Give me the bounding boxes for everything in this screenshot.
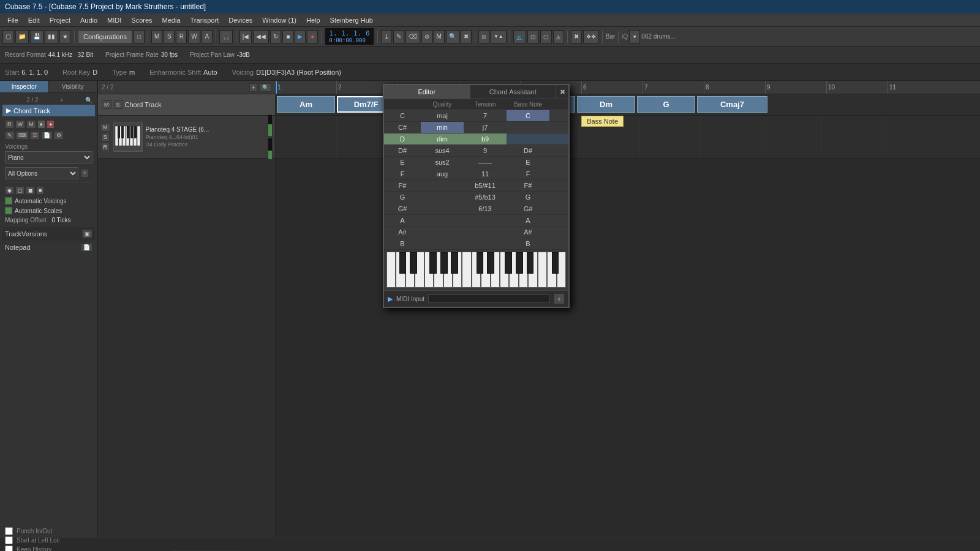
tb-w[interactable]: W [188,30,200,43]
icon3[interactable]: ◼ [26,186,35,195]
tb-r[interactable]: R [176,30,187,43]
keep-cb[interactable] [5,545,13,552]
tb-a[interactable]: A [202,30,213,43]
bass-dsharp[interactable]: D# [507,145,549,156]
piano-m-btn[interactable]: M [100,123,110,132]
quality-min[interactable]: min [421,122,464,133]
menu-midi[interactable]: MIDI [102,15,126,25]
tension-7[interactable]: 7 [464,110,507,121]
menu-window[interactable]: Window (1) [257,15,301,25]
tb-play[interactable]: ▶ [295,30,306,43]
tb-snap-type[interactable]: 📺 [513,30,526,43]
start-cb[interactable] [5,536,13,544]
bass-c[interactable]: C [507,110,549,121]
quality-sus2[interactable]: sus2 [421,157,464,168]
dlg-tab-chord-assistant[interactable]: Chord Assistant [470,85,557,99]
tension-b[interactable] [464,238,507,249]
quality-gsharp[interactable] [421,203,464,214]
tb-mute[interactable]: M [434,30,445,43]
black-key-2[interactable] [410,252,417,274]
tension-asharp[interactable] [464,227,507,238]
chord-block-cmaj7[interactable]: Cmaj7 [697,96,767,113]
note-e[interactable]: E [384,157,421,168]
menu-help[interactable]: Help [301,15,325,25]
note-b[interactable]: B [384,238,421,249]
mute-btn[interactable]: M [26,120,36,129]
icon2[interactable]: ◻ [15,186,24,195]
quality-dim[interactable]: dim [421,133,464,144]
white-key-17[interactable] [538,252,547,288]
tb-x[interactable]: ✖ [461,30,472,43]
chord-s-btn[interactable]: S [114,100,123,109]
tl-search-btn[interactable]: 🔍 [260,83,271,92]
note-fsharp[interactable]: F# [384,180,421,191]
black-key-7[interactable] [487,252,494,274]
tension-dash[interactable]: —— [464,157,507,168]
tb-draw[interactable]: ✎ [393,30,404,43]
tension-a[interactable] [464,215,507,226]
bass-fsharp[interactable]: F# [507,180,549,191]
black-key-8[interactable] [505,252,512,274]
menu-edit[interactable]: Edit [23,15,45,25]
note-a[interactable]: A [384,215,421,226]
black-key-4[interactable] [440,252,448,274]
bass-b[interactable]: B [507,238,549,249]
note-f[interactable]: F [384,168,421,179]
note-csharp[interactable]: C# [384,122,421,133]
tension-j7[interactable]: j7 [464,122,507,133]
edit-btn[interactable]: ✎ [5,131,15,140]
quality-fsharp[interactable] [421,180,464,191]
bass-f[interactable]: F [507,168,549,179]
tb-split[interactable]: ⊘ [421,30,432,43]
piano-select[interactable]: Piano [5,151,92,163]
tb-cycle[interactable]: ↻ [270,30,281,43]
tb-grid[interactable]: ▢ [540,30,552,43]
icon1[interactable]: ◆ [5,186,14,195]
punch-cb[interactable] [5,527,13,535]
white-key-9[interactable] [462,252,471,288]
menu-devices[interactable]: Devices [224,15,257,25]
tb-stop[interactable]: ■ [282,30,293,43]
tension-5-b13[interactable]: #5/b13 [464,192,507,203]
dlg-tab-editor[interactable]: Editor [384,85,470,99]
search-icon[interactable]: 🔍 [85,97,92,103]
quality-aug[interactable]: aug [421,168,464,179]
bass-gsharp[interactable]: G# [507,203,549,214]
channel-btn[interactable]: ⌨ [16,131,29,140]
midi-add-btn[interactable]: + [554,293,565,304]
bass-g[interactable]: G [507,192,549,203]
tab-visibility[interactable]: Visibility [49,81,98,92]
tension-6-13[interactable]: 6/13 [464,203,507,214]
add-icon[interactable]: + [60,97,64,103]
chord-track-row[interactable]: M S Chord Track [98,94,275,116]
tb-headphones[interactable]: 🎧 [219,30,233,43]
tl-add-btn[interactable]: + [249,83,257,92]
auto-voicings-cb[interactable] [5,197,12,204]
note-gsharp[interactable]: G# [384,203,421,214]
note-d[interactable]: D [384,133,421,144]
quality-sus4[interactable]: sus4 [421,145,464,156]
tb-close-x[interactable]: ✖ [571,30,582,43]
tension-11[interactable]: 11 [464,168,507,179]
white-key-1[interactable] [386,252,396,288]
quality-asharp[interactable] [421,227,464,238]
tension-b5-11[interactable]: b5/#11 [464,180,507,191]
bass-e[interactable]: E [507,157,549,168]
notepad-btn2[interactable]: 📄 [81,243,92,252]
black-key-3[interactable] [429,252,437,274]
piano-r-btn[interactable]: R [101,143,110,151]
list-btn[interactable]: ☰ [30,131,40,140]
black-key-9[interactable] [516,252,523,274]
note-c[interactable]: C [384,110,421,121]
all-options-add[interactable]: + [81,169,89,178]
tension-9[interactable]: 9 [464,145,507,156]
note-g[interactable]: G [384,192,421,203]
tb-cfg-add[interactable]: □ [134,30,145,43]
tension-b9[interactable]: b9 [464,133,507,144]
quality-b[interactable] [421,238,464,249]
tb-snap[interactable]: ◫ [527,30,539,43]
menu-project[interactable]: Project [45,15,75,25]
quality-g[interactable] [421,192,464,203]
auto-scales-cb[interactable] [5,207,12,214]
tb-s[interactable]: S [164,30,175,43]
